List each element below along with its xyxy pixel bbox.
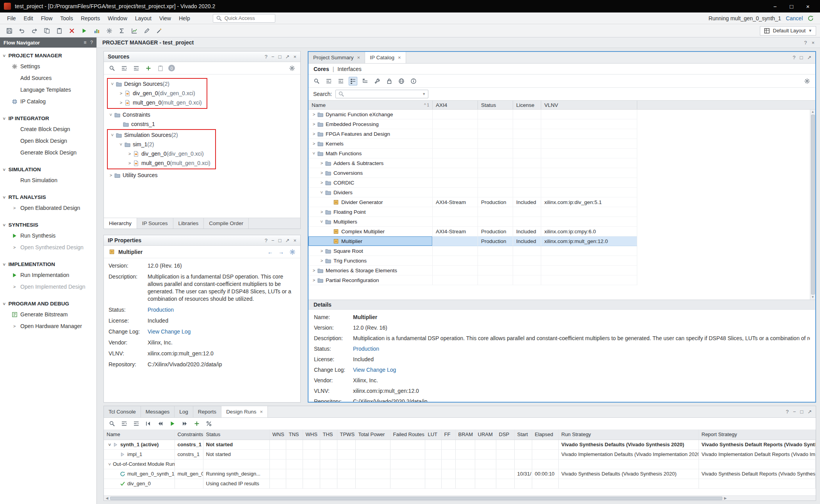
minimize-icon[interactable]: − [271, 54, 275, 60]
field-value[interactable]: View Change Log [148, 328, 296, 335]
sources-tab-libraries[interactable]: Libraries [173, 218, 204, 229]
tab-ip-catalog[interactable]: IP Catalog× [365, 52, 406, 63]
settings-button[interactable] [104, 26, 114, 36]
chevron-down-icon[interactable]: > [109, 112, 113, 118]
tab-design-runs[interactable]: Design Runs× [221, 406, 268, 417]
chart-button[interactable] [129, 26, 139, 36]
web-button[interactable] [397, 77, 406, 85]
ip-category-row[interactable]: >CORDIC [308, 178, 810, 188]
run-button[interactable] [168, 419, 177, 428]
search-button[interactable] [108, 64, 116, 73]
ip-category-row[interactable]: >Square Root [308, 246, 810, 256]
flow-item-settings[interactable]: Settings [0, 60, 96, 72]
scroll-down-icon[interactable]: ▼ [811, 295, 815, 299]
source-tree-item[interactable]: >mult_gen_0 (mult_gen_0.xci) [108, 98, 202, 107]
flow-item-language-templates[interactable]: Language Templates [0, 84, 96, 96]
chevron-down-icon[interactable]: > [110, 132, 115, 138]
help-icon[interactable]: ? [786, 409, 788, 415]
tab-log[interactable]: Log [175, 406, 193, 417]
flow-item-run-synthesis[interactable]: Run Synthesis [0, 230, 96, 241]
collapse-all-button[interactable] [120, 64, 128, 73]
chevron-right-icon[interactable]: > [311, 141, 317, 146]
source-tree-item[interactable]: >sim_1 (2) [108, 140, 210, 149]
flow-item-open-block-design[interactable]: Open Block Design [0, 135, 96, 147]
collapse-all-button[interactable] [120, 419, 128, 428]
ip-category-row[interactable]: >Memories & Storage Elements [308, 266, 810, 275]
chevron-down-icon[interactable]: > [107, 442, 112, 448]
close-icon[interactable]: × [357, 55, 360, 60]
flow-section-header[interactable]: >PROJECT MANAGER [0, 51, 96, 60]
chevron-right-icon[interactable]: > [127, 161, 133, 165]
edit-button[interactable] [141, 26, 152, 36]
menu-icon[interactable]: ≡ [84, 40, 86, 45]
chevron-right-icon[interactable]: > [319, 180, 325, 185]
help-icon[interactable]: ? [265, 54, 267, 60]
expand-icon[interactable]: ↗ [285, 54, 290, 60]
help-icon[interactable]: ? [804, 40, 807, 46]
chevron-right-icon[interactable]: > [311, 278, 317, 282]
close-icon[interactable]: × [260, 409, 263, 415]
menu-reports[interactable]: Reports [77, 14, 104, 23]
close-icon[interactable]: × [398, 55, 401, 60]
scrollbar-thumb[interactable] [811, 115, 815, 295]
step-back-button[interactable] [156, 419, 165, 428]
column-header-lut[interactable]: LUT [425, 429, 441, 440]
column-header-start[interactable]: Start [514, 429, 532, 440]
menu-view[interactable]: View [155, 14, 175, 23]
source-tree-item[interactable]: >Design Sources (2) [108, 79, 202, 89]
window-close-button[interactable]: × [800, 0, 816, 12]
source-tree-item[interactable]: >mult_gen_0 (mult_gen_0.xci) [108, 158, 210, 168]
customize-button[interactable] [373, 77, 381, 85]
chevron-down-icon[interactable]: > [312, 150, 316, 156]
scroll-right-icon[interactable]: ▶ [722, 496, 729, 500]
ip-category-row[interactable]: >Dynamic Function eXchange [308, 110, 810, 119]
subtab-interfaces[interactable]: Interfaces [337, 66, 361, 72]
float-icon[interactable]: □ [278, 238, 282, 243]
menu-help[interactable]: Help [175, 14, 194, 23]
copy-button[interactable] [41, 26, 52, 36]
chevron-down-icon[interactable]: > [107, 461, 112, 467]
lock-button[interactable] [385, 77, 394, 85]
design-run-row[interactable]: impl_1constrs_1Not startedVivado Impleme… [104, 449, 816, 459]
float-icon[interactable]: □ [800, 55, 803, 60]
flow-item-run-simulation[interactable]: Run Simulation [0, 174, 96, 186]
flow-item-open-synthesized-design[interactable]: >Open Synthesized Design [0, 241, 96, 253]
design-run-row[interactable]: mult_gen_0_synth_1mult_gen_0Running synt… [104, 469, 816, 479]
undo-button[interactable] [16, 26, 27, 36]
column-header-name[interactable]: Name^ 1 [308, 101, 433, 109]
column-header-tns[interactable]: TNS [286, 429, 303, 440]
field-value[interactable]: Production [148, 306, 296, 314]
collapse-all-button[interactable] [324, 77, 333, 85]
ip-category-row[interactable]: >Kernels [308, 139, 810, 149]
column-header-wns[interactable]: WNS [269, 429, 286, 440]
scroll-left-icon[interactable]: ◀ [104, 496, 110, 500]
flow-item-create-block-design[interactable]: Create Block Design [0, 123, 96, 135]
probe-button[interactable] [154, 26, 164, 36]
chevron-right-icon[interactable]: > [319, 170, 325, 175]
chevron-down-icon[interactable]: > [319, 189, 324, 195]
quick-access-input[interactable] [225, 15, 272, 21]
source-tree-item[interactable]: >div_gen_0 (div_gen_0.xci) [108, 149, 210, 158]
percent-button[interactable] [205, 419, 213, 428]
add-button[interactable] [144, 64, 153, 73]
flow-item-ip-catalog[interactable]: IP Catalog [0, 96, 96, 107]
column-header-uram[interactable]: URAM [475, 429, 496, 440]
expand-all-button[interactable] [132, 419, 141, 428]
flow-item-generate-bitstream[interactable]: Generate Bitstream [0, 309, 96, 320]
sum-button[interactable] [116, 26, 127, 36]
flow-section-header[interactable]: >IMPLEMENTATION [0, 259, 96, 269]
tab-reports[interactable]: Reports [193, 406, 221, 417]
chevron-right-icon[interactable]: > [311, 268, 317, 273]
ip-catalog-row[interactable]: MultiplierProductionIncludedxilinx.com:i… [308, 236, 810, 246]
source-tree-item[interactable]: constrs_1 [106, 119, 298, 129]
flow-item-open-hardware-manager[interactable]: >Open Hardware Manager [0, 320, 96, 332]
step-forward-button[interactable] [180, 419, 189, 428]
save-button[interactable] [4, 26, 14, 36]
window-maximize-button[interactable]: □ [783, 0, 800, 12]
field-value[interactable]: View Change Log [353, 366, 810, 374]
column-header-vlnv[interactable]: VLNV [541, 101, 637, 109]
ip-category-row[interactable]: >Conversions [308, 168, 810, 178]
chevron-down-icon[interactable]: > [319, 218, 324, 225]
delete-button[interactable] [66, 26, 77, 36]
flow-section-header[interactable]: >PROGRAM AND DEBUG [0, 299, 96, 309]
